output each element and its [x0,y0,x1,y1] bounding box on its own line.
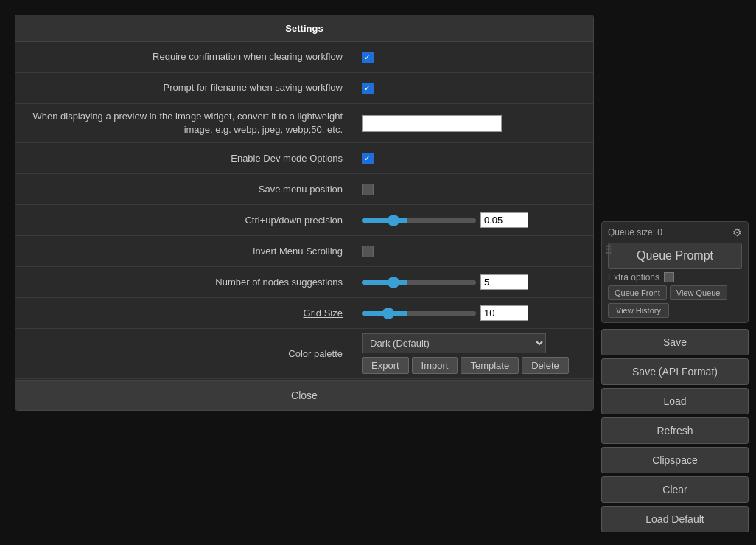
queue-section: Queue size: 0 ⚙ Queue Prompt Extra optio… [601,221,749,323]
slider-group-grid [362,305,528,321]
control-color-palette: Dark (Default) Light Custom Export Impor… [354,329,593,378]
template-button[interactable]: Template [461,357,519,374]
queue-header: Queue size: 0 ⚙ [608,226,742,238]
delete-button[interactable]: Delete [522,357,569,374]
view-history-button[interactable]: View History [608,303,669,318]
control-menu-position [354,179,593,200]
control-dev-mode [354,148,593,169]
control-confirm-clear [354,47,593,68]
slider-grid-size[interactable] [362,311,476,316]
row-preview-format: When displaying a preview in the image w… [15,104,593,143]
row-prompt-filename: Prompt for filename when saving workflow [15,73,593,104]
slider-group-precision [362,212,528,228]
extra-options-checkbox[interactable] [664,272,674,282]
slider-node-suggestions[interactable] [362,280,476,285]
label-grid-size: Grid Size [15,301,354,326]
save-api-button[interactable]: Save (API Format) [601,358,749,385]
label-invert-scroll: Invert Menu Scrolling [15,239,354,264]
label-prompt-filename: Prompt for filename when saving workflow [15,75,354,100]
control-node-suggestions [354,270,593,294]
label-confirm-clear: Require confirmation when clearing workf… [15,44,354,69]
queue-prompt-button[interactable]: Queue Prompt [608,243,742,269]
clear-button[interactable]: Clear [601,476,749,503]
checkbox-menu-position[interactable] [362,184,374,195]
row-color-palette: Color palette Dark (Default) Light Custo… [15,329,593,379]
main-layout: Settings Require confirmation when clear… [0,0,756,545]
row-dev-mode: Enable Dev mode Options [15,143,593,174]
checkbox-dev-mode[interactable] [362,153,374,164]
save-button[interactable]: Save [601,329,749,355]
view-history-wrapper: View History [608,303,742,318]
label-dev-mode: Enable Dev mode Options [15,146,354,171]
load-default-button[interactable]: Load Default [601,506,749,532]
view-queue-button[interactable]: View Queue [670,285,727,300]
close-button[interactable]: Close [15,380,593,410]
checkbox-prompt-filename[interactable] [362,83,374,94]
input-node-suggestions[interactable] [480,274,528,290]
drag-handle[interactable]: ⠿ [604,243,613,257]
extra-options-label: Extra options [608,272,659,282]
label-node-suggestions: Number of nodes suggestions [15,270,354,295]
palette-buttons: Export Import Template Delete [362,357,569,374]
label-menu-position: Save menu position [15,177,354,202]
close-row: Close [15,379,593,410]
checkbox-confirm-clear[interactable] [362,52,374,63]
queue-size-label: Queue size: 0 [608,227,662,237]
load-button[interactable]: Load [601,388,749,414]
row-invert-scroll: Invert Menu Scrolling [15,236,593,267]
checkbox-invert-scroll[interactable] [362,246,374,257]
queue-sub-buttons: Queue Front View Queue [608,285,742,300]
row-node-suggestions: Number of nodes suggestions [15,267,593,298]
palette-col: Dark (Default) Light Custom Export Impor… [362,333,569,374]
control-preview-format [354,111,593,136]
input-ctrl-precision[interactable] [480,212,528,228]
control-invert-scroll [354,241,593,262]
row-menu-position: Save menu position [15,174,593,205]
row-confirm-clear: Require confirmation when clearing workf… [15,42,593,73]
slider-ctrl-precision[interactable] [362,218,476,223]
right-sidebar: Queue size: 0 ⚙ Queue Prompt Extra optio… [601,15,749,532]
palette-select[interactable]: Dark (Default) Light Custom [362,333,546,353]
slider-group-suggestions [362,274,528,290]
queue-front-button[interactable]: Queue Front [608,285,667,300]
settings-panel: Settings Require confirmation when clear… [15,15,594,411]
import-button[interactable]: Import [412,357,458,374]
refresh-button[interactable]: Refresh [601,417,749,444]
control-prompt-filename [354,78,593,99]
label-preview-format: When displaying a preview in the image w… [15,104,354,142]
row-ctrl-precision: Ctrl+up/down precision [15,205,593,236]
input-preview-format[interactable] [362,115,502,132]
input-grid-size[interactable] [480,305,528,321]
extra-options-row: Extra options [608,272,742,282]
clipspace-button[interactable]: Clipspace [601,447,749,473]
label-ctrl-precision: Ctrl+up/down precision [15,208,354,233]
control-ctrl-precision [354,208,593,232]
label-color-palette: Color palette [15,341,354,367]
control-grid-size [354,301,593,325]
export-button[interactable]: Export [362,357,409,374]
settings-title: Settings [15,15,593,42]
gear-icon[interactable]: ⚙ [732,226,742,238]
row-grid-size: Grid Size [15,298,593,329]
